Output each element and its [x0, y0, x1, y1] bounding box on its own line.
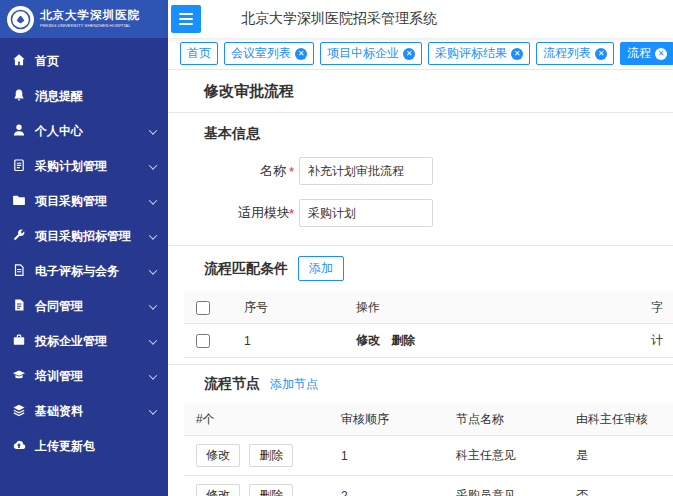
chevron-down-icon	[149, 266, 157, 274]
cell-extra: 计	[639, 324, 673, 358]
sidebar-item-label: 上传更新包	[35, 438, 95, 455]
bell-icon	[12, 88, 26, 105]
sidebar-item-contract[interactable]: 合同管理	[0, 289, 168, 324]
add-node-link[interactable]: 添加节点	[270, 376, 318, 393]
sidebar-item-label: 消息提醒	[35, 88, 83, 105]
sidebar-item-messages[interactable]: 消息提醒	[0, 79, 168, 114]
basic-info-title: 基本信息	[204, 125, 673, 143]
modify-button[interactable]: 修改	[196, 484, 240, 496]
modify-button[interactable]: 修改	[196, 444, 240, 467]
sidebar-item-profile[interactable]: 个人中心	[0, 114, 168, 149]
cell-dept-head-review: 是	[564, 436, 673, 476]
tab-label: 项目中标企业	[327, 45, 399, 62]
chevron-down-icon	[149, 301, 157, 309]
cell-operation: 修改 删除	[344, 324, 639, 358]
cell-dept-head-review: 否	[564, 476, 673, 496]
hospital-name-en: PEKING UNIVERSITY SHENZHEN HOSPITAL	[40, 23, 127, 28]
sidebar-item-training[interactable]: 培训管理	[0, 359, 168, 394]
layers-icon	[12, 403, 26, 420]
table-row: 修改 删除 2 采购员意见 否	[184, 476, 673, 496]
close-icon[interactable]: ✕	[403, 48, 415, 60]
tab-home[interactable]: 首页	[180, 42, 218, 65]
folder-icon	[12, 193, 26, 210]
modify-link[interactable]: 修改	[356, 333, 380, 347]
module-select[interactable]: 采购计划	[299, 199, 433, 227]
form-row-name: 名称 *	[238, 157, 673, 185]
document-icon	[12, 263, 26, 280]
select-all-checkbox[interactable]	[196, 301, 210, 315]
hospital-logo-block: 北京大学深圳医院 PEKING UNIVERSITY SHENZHEN HOSP…	[0, 0, 168, 38]
sidebar-item-project-bidding[interactable]: 项目采购招标管理	[0, 219, 168, 254]
sidebar-item-home[interactable]: 首页	[0, 44, 168, 79]
sidebar-item-e-evaluation[interactable]: 电子评标与会务	[0, 254, 168, 289]
section-flow-nodes: 流程节点 添加节点 #个 审核顺序 节点名称 由科主任审核	[168, 365, 673, 496]
close-icon[interactable]: ✕	[595, 48, 607, 60]
row-checkbox[interactable]	[196, 334, 210, 348]
chevron-down-icon	[149, 406, 157, 414]
delete-button[interactable]: 删除	[249, 484, 293, 496]
cell-review-order: 1	[329, 436, 444, 476]
sidebar-item-procurement-plan[interactable]: 采购计划管理	[0, 149, 168, 184]
close-icon[interactable]: ✕	[295, 48, 307, 60]
col-node-name: 节点名称	[444, 404, 564, 436]
required-asterisk: *	[289, 206, 294, 221]
hospital-logo-icon	[7, 6, 34, 33]
name-label: 名称	[238, 162, 286, 180]
app-window: 北京大学深圳医院 PEKING UNIVERSITY SHENZHEN HOSP…	[0, 0, 673, 496]
hamburger-menu-button[interactable]	[171, 5, 201, 33]
tab-bar: 首页 会议室列表 ✕ 项目中标企业 ✕ 采购评标结果 ✕ 流程列表 ✕ 流程 ✕	[168, 38, 673, 70]
col-extra: 字	[639, 292, 673, 324]
table-row: 1 修改 删除 计	[184, 324, 673, 358]
module-label: 适用模块	[238, 204, 286, 222]
tab-evaluation-results[interactable]: 采购评标结果 ✕	[428, 42, 530, 65]
table-header-row: 序号 操作 字	[184, 292, 673, 324]
sidebar-item-basic-data[interactable]: 基础资料	[0, 394, 168, 429]
cell-actions: 修改 删除	[184, 436, 329, 476]
wrench-icon	[12, 228, 26, 245]
sidebar-item-label: 培训管理	[35, 368, 83, 385]
sidebar-menu: 首页 消息提醒 个人中心 采购计划管理 项目采购管理	[0, 38, 168, 464]
sidebar-item-bidder-management[interactable]: 投标企业管理	[0, 324, 168, 359]
page-title: 修改审批流程	[204, 82, 673, 101]
sidebar-item-label: 项目采购招标管理	[35, 228, 131, 245]
sidebar-item-label: 投标企业管理	[35, 333, 107, 350]
tab-process[interactable]: 流程 ✕	[620, 42, 673, 65]
hamburger-icon	[179, 13, 193, 25]
graduation-icon	[12, 368, 26, 385]
close-icon[interactable]: ✕	[511, 48, 523, 60]
sidebar-item-project-procurement[interactable]: 项目采购管理	[0, 184, 168, 219]
add-condition-button[interactable]: 添加	[298, 256, 344, 281]
delete-link[interactable]: 删除	[391, 333, 415, 347]
col-index: 序号	[232, 292, 344, 324]
tab-winning-bidders[interactable]: 项目中标企业 ✕	[320, 42, 422, 65]
col-dept-head-review: 由科主任审核	[564, 404, 673, 436]
sidebar-item-label: 首页	[35, 53, 59, 70]
contract-icon	[12, 298, 26, 315]
close-icon[interactable]: ✕	[655, 48, 667, 60]
sidebar-item-label: 基础资料	[35, 403, 83, 420]
cell-index: 1	[232, 324, 344, 358]
flow-nodes-title: 流程节点	[204, 375, 260, 393]
sidebar-item-label: 项目采购管理	[35, 193, 107, 210]
section-match-conditions: 流程匹配条件 添加 序号 操作 字	[168, 246, 673, 365]
page-content: 修改审批流程 基本信息 名称 * 适用模块 * 采购计划	[168, 70, 673, 496]
tab-label: 流程	[627, 45, 651, 62]
name-input[interactable]	[299, 157, 433, 185]
table-header-row: #个 审核顺序 节点名称 由科主任审核	[184, 404, 673, 436]
tab-label: 首页	[187, 45, 211, 62]
user-icon	[12, 123, 26, 140]
delete-button[interactable]: 删除	[249, 444, 293, 467]
col-actions: #个	[184, 404, 329, 436]
sidebar-item-label: 采购计划管理	[35, 158, 107, 175]
tab-meeting-rooms[interactable]: 会议室列表 ✕	[224, 42, 314, 65]
tab-process-list[interactable]: 流程列表 ✕	[536, 42, 614, 65]
tab-label: 采购评标结果	[435, 45, 507, 62]
sidebar-item-upload-package[interactable]: 上传更新包	[0, 429, 168, 464]
chevron-down-icon	[149, 126, 157, 134]
chevron-down-icon	[149, 231, 157, 239]
briefcase-icon	[12, 333, 26, 350]
sidebar-item-label: 个人中心	[35, 123, 83, 140]
cell-review-order: 2	[329, 476, 444, 496]
hospital-name-block: 北京大学深圳医院 PEKING UNIVERSITY SHENZHEN HOSP…	[40, 9, 161, 29]
col-operation: 操作	[344, 292, 639, 324]
